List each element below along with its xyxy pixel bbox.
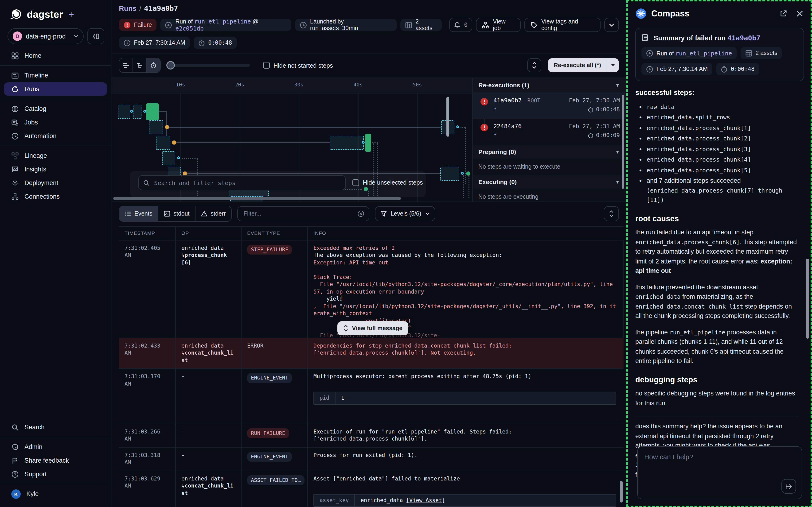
sidebar-item-lineage[interactable]: Lineage [0, 149, 111, 163]
sidebar-collapse-button[interactable] [88, 28, 104, 44]
compass-run-tag[interactable]: Run of run_etl_pipeline [641, 47, 737, 59]
run-of-tag[interactable]: Run of run_etl_pipeline @ e2c051db [160, 19, 291, 31]
gantt-step-bar[interactable] [156, 136, 170, 150]
preparing-section-header[interactable]: Preparing (0) ▼ [473, 145, 626, 159]
reexecute-all-button[interactable]: Re-execute all (*) [548, 58, 619, 72]
event-op: - [176, 369, 241, 424]
gantt-guide [465, 128, 466, 184]
event-row-engine[interactable]: 7:31:03.318 AM - ENGINE_EVENT Process fo… [119, 447, 624, 471]
view-tags-config-button[interactable]: View tags and config [525, 18, 601, 32]
compass-chat-input[interactable] [643, 452, 796, 480]
gantt-horizontal-scrollbar[interactable] [113, 197, 401, 200]
event-row-run-failure[interactable]: 7:31:03.266 AM - RUN_FAILURE Execution o… [119, 424, 624, 447]
gantt-toolbar: Hide not started steps Re-execute all (*… [111, 54, 627, 76]
reexec-run-row[interactable]: 22484a76Feb 27, 7:31 AM * 0:00:09 [473, 119, 626, 145]
chevron-down-icon: ▼ [615, 83, 620, 88]
sidebar-item-label: Catalog [24, 105, 46, 112]
event-row-asset-failed[interactable]: 7:31:03.629 AM enriched_data↳concat_chun… [119, 471, 624, 507]
open-external-icon[interactable] [779, 9, 788, 18]
assets-tag[interactable]: 2 assets [400, 19, 441, 31]
view-full-message-button[interactable]: View full message [337, 321, 409, 335]
log-filter-input[interactable] [242, 210, 354, 218]
error-icon [480, 98, 488, 106]
zoom-slider-knob[interactable] [166, 61, 175, 69]
chevron-down-icon [74, 35, 78, 38]
event-row-engine[interactable]: 7:31:03.170 AM - ENGINE_EVENT Multiproce… [119, 369, 624, 424]
logo[interactable]: dagster + [0, 7, 111, 26]
tab-stdout[interactable]: stdout [158, 206, 196, 221]
hide-not-started-checkbox[interactable] [263, 62, 270, 68]
sidebar-item-catalog[interactable]: Catalog [0, 102, 111, 116]
gantt-step-bar[interactable] [162, 151, 175, 165]
timed-view-button[interactable] [147, 58, 160, 72]
sidebar-item-insights[interactable]: Insights [0, 163, 111, 176]
reexec-scrollbar[interactable] [622, 95, 624, 189]
event-type: ASSET_FAILED_TO… [241, 471, 308, 507]
home-icon [11, 52, 19, 59]
tab-stderr[interactable]: stderr [196, 206, 231, 221]
events-toolbar: Events stdout stderr Levels (5/6) [111, 202, 627, 225]
compass-assets-tag[interactable]: 2 assets [740, 47, 782, 59]
run-date-tag: Feb 27, 7:30:14 AM [119, 37, 190, 49]
sort-order-button[interactable] [528, 58, 542, 72]
tab-events[interactable]: Events [119, 206, 158, 221]
sidebar-item-share-feedback[interactable]: Share feedback [0, 454, 111, 467]
events-table: TIMESTAMP OP EVENT TYPE INFO 7:31:02.405… [119, 226, 624, 507]
timeline-icon [11, 72, 19, 79]
launched-by-tag[interactable]: Launched by run_assets_30min [295, 19, 397, 31]
compass-scrollbar[interactable] [806, 259, 809, 339]
step-search-input[interactable] [153, 179, 341, 187]
flat-view-button[interactable] [119, 58, 133, 72]
gantt-step-bar[interactable] [440, 167, 459, 181]
waterfall-view-button[interactable] [133, 58, 147, 72]
view-asset-link[interactable]: [View Asset] [406, 497, 445, 503]
tab-label: stderr [211, 210, 226, 217]
sidebar-item-admin[interactable]: Admin [0, 440, 111, 454]
send-button[interactable] [781, 479, 796, 494]
user-menu[interactable]: K Kyle [0, 487, 111, 501]
sidebar-item-search[interactable]: Search [0, 420, 111, 434]
reexecutions-header[interactable]: Re-executions (1) ▼ [473, 78, 626, 93]
gantt-step-bar-success[interactable] [365, 134, 371, 152]
sidebar-item-jobs[interactable]: Jobs [0, 116, 111, 129]
sidebar-item-label: Admin [24, 443, 43, 450]
error-icon [480, 123, 488, 131]
reexecute-dropdown[interactable] [607, 58, 619, 72]
gantt-step-bar[interactable] [330, 136, 364, 150]
hide-unselected-checkbox[interactable] [353, 179, 359, 186]
zoom-slider[interactable] [167, 64, 250, 67]
sidebar-item-deployment[interactable]: Deployment [0, 176, 111, 190]
event-timestamp: 7:31:02.405 AM [119, 240, 176, 337]
event-row-error[interactable]: 7:31:02.433 AM enriched_data↳concat_chun… [119, 338, 624, 369]
alerts-button[interactable]: 0 [449, 18, 472, 32]
sidebar-item-support[interactable]: Support [0, 467, 111, 481]
sidebar-item-runs[interactable]: Runs [4, 82, 107, 96]
sidebar-item-automation[interactable]: Automation [0, 129, 111, 143]
org-selector[interactable]: D data-eng-prod [7, 28, 84, 44]
breadcrumb: Runs/41a9a0b7 [119, 4, 619, 13]
breadcrumb-runs-link[interactable]: Runs [119, 4, 137, 12]
gantt-step-bar[interactable] [149, 120, 163, 134]
clear-filter-icon[interactable] [358, 210, 364, 217]
events-scrollbar[interactable] [620, 481, 622, 503]
gantt-step-bar-success[interactable] [146, 103, 159, 120]
gantt-marker-dot [143, 110, 146, 113]
gantt-step-bar[interactable] [133, 105, 142, 119]
sidebar-item-home[interactable]: Home [0, 49, 111, 62]
sidebar-item-timeline[interactable]: Timeline [0, 68, 111, 82]
target-icon [165, 21, 172, 29]
reexec-run-row[interactable]: 41a9a0b7ROOTFeb 27, 7:30 AM * 0:00:48 [473, 93, 626, 119]
event-row-step-failure[interactable]: 7:31:02.405 AM enriched_data↳process_chu… [119, 240, 624, 338]
view-job-button[interactable]: View job [476, 18, 521, 32]
executing-section-header[interactable]: Executing (0) ▼ [473, 175, 626, 189]
more-actions-button[interactable] [604, 18, 619, 32]
levels-filter-button[interactable]: Levels (5/6) [375, 206, 435, 221]
sidebar-item-connections[interactable]: Connections [0, 190, 111, 203]
divider [0, 437, 111, 437]
event-type: ERROR [241, 338, 308, 368]
close-icon[interactable] [796, 9, 804, 18]
gantt-retry-dot [165, 125, 169, 129]
gantt-step-bar[interactable] [118, 105, 130, 119]
gantt-vertical-scrollbar[interactable] [446, 97, 449, 137]
expand-log-button[interactable] [604, 206, 619, 221]
